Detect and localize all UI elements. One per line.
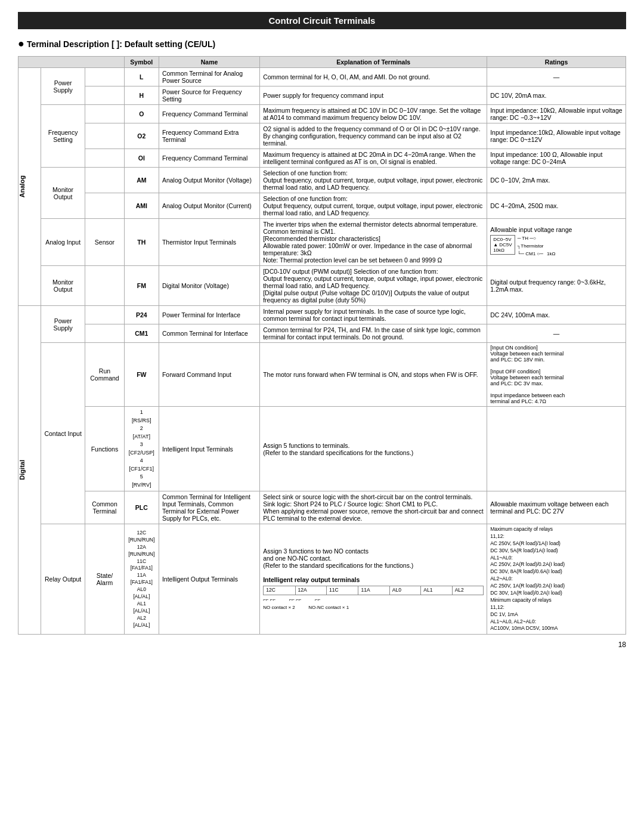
ratings-relay: Maximum capacity of relays 11,12: AC 250… xyxy=(487,524,626,635)
symbol-AM: AM xyxy=(124,168,159,193)
subgroup-cell xyxy=(85,105,125,123)
table-row: Common Terminal PLC Common Terminal for … xyxy=(18,491,626,524)
analog-input-group: Analog Input xyxy=(41,219,85,266)
name-relay: Intelligent Output Terminals xyxy=(159,524,259,635)
ratings-O2: Input impedance:10kΩ, Allowable input vo… xyxy=(487,123,626,149)
ratings-L: — xyxy=(487,68,626,86)
symbol-OI: OI xyxy=(124,149,159,168)
ratings-AMI: DC 4−20mA, 250Ω max. xyxy=(487,193,626,219)
bullet-icon: ● xyxy=(18,38,24,50)
subgroup-cell xyxy=(85,86,125,105)
state-alarm-subgroup: State/ Alarm xyxy=(85,524,125,635)
header-name: Name xyxy=(159,57,259,68)
name-O2: Frequency Command Extra Terminal xyxy=(159,123,259,149)
explanation-O: Maximum frequency is attained at DC 10V … xyxy=(260,105,487,123)
digital-power-supply-group: Power Supply xyxy=(41,306,85,343)
subgroup-cell xyxy=(85,68,125,86)
monitor-output-group: Monitor Output xyxy=(41,168,85,219)
page-title: Control Circuit Terminals xyxy=(18,12,626,29)
table-row: Relay Output State/ Alarm 12C[RUN/RUN]12… xyxy=(18,524,626,635)
explanation-PLC: Select sink or source logic with the sho… xyxy=(260,491,487,524)
table-row: Analog Input Sensor TH Thermistor Input … xyxy=(18,219,626,266)
ratings-OI: Input impedance: 100 Ω, Allowable input … xyxy=(487,149,626,168)
subgroup-cell xyxy=(85,149,125,168)
name-AM: Analog Output Monitor (Voltage) xyxy=(159,168,259,193)
explanation-P24: Internal power supply for input terminal… xyxy=(260,306,487,324)
section-title: ●Terminal Description [ ]: Default setti… xyxy=(18,38,626,50)
monitor-output-group2: Monitor Output xyxy=(41,266,85,306)
subgroup-cell xyxy=(85,193,125,219)
explanation-AM: Selection of one function from:Output fr… xyxy=(260,168,487,193)
table-row: Monitor Output FM Digital Monitor (Volta… xyxy=(18,266,626,306)
analog-category-label: Analog xyxy=(18,68,41,306)
explanation-H: Power supply for frequency command input xyxy=(260,86,487,105)
symbol-FM: FM xyxy=(124,266,159,306)
explanation-FM: [DC0-10V output (PWM output)] Selection … xyxy=(260,266,487,306)
symbol-H: H xyxy=(124,86,159,105)
name-PLC: Common Terminal for Intelligent Input Te… xyxy=(159,491,259,524)
name-AMI: Analog Output Monitor (Current) xyxy=(159,193,259,219)
table-row: Analog Power Supply L Common Terminal fo… xyxy=(18,68,626,86)
symbol-PLC: PLC xyxy=(124,491,159,524)
functions-subgroup: Functions xyxy=(85,407,125,491)
ratings-AM: DC 0−10V, 2mA max. xyxy=(487,168,626,193)
table-row: Monitor Output AM Analog Output Monitor … xyxy=(18,168,626,193)
explanation-CM1: Common terminal for P24, TH, and FM. In … xyxy=(260,324,487,343)
ratings-functions xyxy=(487,407,626,491)
name-L: Common Terminal for Analog Power Source xyxy=(159,68,259,86)
relay-output-group: Relay Output xyxy=(41,524,85,635)
common-terminal-subgroup: Common Terminal xyxy=(85,491,125,524)
subgroup-cell xyxy=(85,123,125,149)
subgroup-cell xyxy=(85,306,125,324)
header-category xyxy=(18,57,125,68)
name-functions: Intelligent Input Terminals xyxy=(159,407,259,491)
sensor-subgroup: Sensor xyxy=(85,219,125,266)
header-explanation: Explanation of Terminals xyxy=(260,57,487,68)
page-number: 18 xyxy=(18,641,626,649)
ratings-H: DC 10V, 20mA max. xyxy=(487,86,626,105)
subgroup-cell xyxy=(85,266,125,306)
explanation-relay: Assign 3 functions to two NO contacts an… xyxy=(260,524,487,635)
explanation-FW: The motor runs forward when FW terminal … xyxy=(260,343,487,407)
symbol-TH: TH xyxy=(124,219,159,266)
ratings-TH: Allowable input voltage range DC0~5V▲ DC… xyxy=(487,219,626,266)
contact-input-group: Contact Input xyxy=(41,343,85,524)
table-row: OI Frequency Command Terminal Maximum fr… xyxy=(18,149,626,168)
explanation-TH: The inverter trips when the external the… xyxy=(260,219,487,266)
subgroup-cell xyxy=(85,168,125,193)
explanation-functions: Assign 5 functions to terminals.(Refer t… xyxy=(260,407,487,491)
table-row: O2 Frequency Command Extra Terminal O2 s… xyxy=(18,123,626,149)
table-row: Contact Input Run Command FW Forward Com… xyxy=(18,343,626,407)
table-row: Digital Power Supply P24 Power Terminal … xyxy=(18,306,626,324)
symbol-L: L xyxy=(124,68,159,86)
name-H: Power Source for Frequency Setting xyxy=(159,86,259,105)
explanation-AMI: Selection of one function from:Output fr… xyxy=(260,193,487,219)
ratings-CM1: — xyxy=(487,324,626,343)
symbol-functions: 1[RS/RS]2[AT/AT]3[CF2/USP]4[CF1/CF1]5[RV… xyxy=(124,407,159,491)
name-TH: Thermistor Input Terminals xyxy=(159,219,259,266)
symbol-FW: FW xyxy=(124,343,159,407)
symbol-O: O xyxy=(124,105,159,123)
name-P24: Power Terminal for Interface xyxy=(159,306,259,324)
subgroup-cell xyxy=(85,324,125,343)
terminal-table: Symbol Name Explanation of Terminals Rat… xyxy=(18,56,626,635)
explanation-O2: O2 signal is added to the frequency comm… xyxy=(260,123,487,149)
symbol-AMI: AMI xyxy=(124,193,159,219)
ratings-FM: Digital output frequency range: 0~3.6kHz… xyxy=(487,266,626,306)
freq-setting-group: Frequency Setting xyxy=(41,105,85,168)
name-CM1: Common Terminal for Interface xyxy=(159,324,259,343)
name-OI: Frequency Command Terminal xyxy=(159,149,259,168)
run-command-subgroup: Run Command xyxy=(85,343,125,407)
header-symbol: Symbol xyxy=(124,57,159,68)
symbol-O2: O2 xyxy=(124,123,159,149)
ratings-FW: [Input ON condition] Voltage between eac… xyxy=(487,343,626,407)
table-row: H Power Source for Frequency Setting Pow… xyxy=(18,86,626,105)
symbol-CM1: CM1 xyxy=(124,324,159,343)
table-row: CM1 Common Terminal for Interface Common… xyxy=(18,324,626,343)
explanation-OI: Maximum frequency is attained at DC 20mA… xyxy=(260,149,487,168)
explanation-L: Common terminal for H, O, OI, AM, and AM… xyxy=(260,68,487,86)
table-row: Frequency Setting O Frequency Command Te… xyxy=(18,105,626,123)
ratings-PLC: Allowable maximum voltage between each t… xyxy=(487,491,626,524)
ratings-P24: DC 24V, 100mA max. xyxy=(487,306,626,324)
power-supply-group: Power Supply xyxy=(41,68,85,105)
